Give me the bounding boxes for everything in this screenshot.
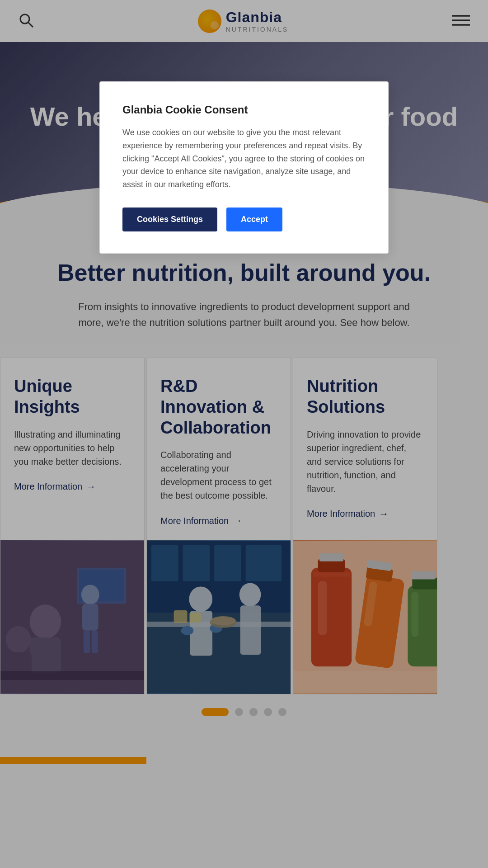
- cookie-modal-text: We use cookies on our website to give yo…: [122, 126, 366, 191]
- cookie-modal-buttons: Cookies Settings Accept: [122, 208, 366, 231]
- cookies-settings-button[interactable]: Cookies Settings: [122, 208, 217, 231]
- accept-cookies-button[interactable]: Accept: [226, 208, 282, 231]
- cookie-modal: Glanbia Cookie Consent We use cookies on…: [99, 81, 389, 254]
- cookie-modal-overlay: Glanbia Cookie Consent We use cookies on…: [0, 0, 488, 764]
- cookie-modal-title: Glanbia Cookie Consent: [122, 104, 366, 116]
